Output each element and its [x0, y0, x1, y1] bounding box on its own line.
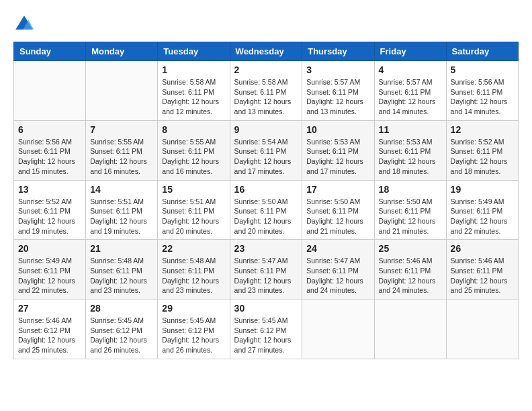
day-number: 26: [451, 243, 514, 254]
calendar-cell: 25Sunrise: 5:46 AM Sunset: 6:11 PM Dayli…: [374, 240, 446, 300]
day-number: 23: [234, 243, 298, 254]
calendar-cell: 16Sunrise: 5:50 AM Sunset: 6:11 PM Dayli…: [230, 180, 302, 240]
calendar-cell: 20Sunrise: 5:49 AM Sunset: 6:11 PM Dayli…: [14, 240, 86, 300]
calendar-cell: 27Sunrise: 5:46 AM Sunset: 6:12 PM Dayli…: [14, 300, 86, 359]
day-info: Sunrise: 5:46 AM Sunset: 6:11 PM Dayligh…: [379, 256, 442, 295]
calendar-cell: 21Sunrise: 5:48 AM Sunset: 6:11 PM Dayli…: [86, 240, 158, 300]
day-info: Sunrise: 5:51 AM Sunset: 6:11 PM Dayligh…: [162, 197, 225, 236]
day-info: Sunrise: 5:46 AM Sunset: 6:11 PM Dayligh…: [451, 256, 514, 295]
calendar-cell: [374, 300, 446, 359]
calendar-table: SundayMondayTuesdayWednesdayThursdayFrid…: [13, 42, 519, 359]
day-number: 8: [162, 124, 225, 135]
day-info: Sunrise: 5:57 AM Sunset: 6:11 PM Dayligh…: [306, 77, 369, 117]
day-info: Sunrise: 5:48 AM Sunset: 6:11 PM Dayligh…: [162, 256, 225, 295]
weekday-header-thursday: Thursday: [302, 42, 374, 61]
calendar-week-row: 27Sunrise: 5:46 AM Sunset: 6:12 PM Dayli…: [14, 300, 519, 359]
day-info: Sunrise: 5:58 AM Sunset: 6:11 PM Dayligh…: [162, 77, 225, 117]
day-number: 18: [379, 184, 442, 195]
day-info: Sunrise: 5:49 AM Sunset: 6:11 PM Dayligh…: [451, 197, 514, 236]
day-number: 15: [162, 184, 225, 195]
calendar-cell: [14, 61, 86, 121]
calendar-cell: 3Sunrise: 5:57 AM Sunset: 6:11 PM Daylig…: [302, 61, 374, 121]
day-info: Sunrise: 5:50 AM Sunset: 6:11 PM Dayligh…: [379, 197, 442, 236]
day-info: Sunrise: 5:55 AM Sunset: 6:11 PM Dayligh…: [162, 137, 225, 177]
day-info: Sunrise: 5:55 AM Sunset: 6:11 PM Dayligh…: [90, 137, 153, 177]
day-info: Sunrise: 5:50 AM Sunset: 6:11 PM Dayligh…: [306, 197, 369, 236]
day-number: 6: [18, 124, 81, 135]
day-number: 12: [451, 124, 514, 135]
calendar-cell: 29Sunrise: 5:45 AM Sunset: 6:12 PM Dayli…: [158, 300, 230, 359]
day-info: Sunrise: 5:57 AM Sunset: 6:11 PM Dayligh…: [379, 77, 442, 117]
day-number: 7: [90, 124, 153, 135]
calendar-cell: 13Sunrise: 5:52 AM Sunset: 6:11 PM Dayli…: [14, 180, 86, 240]
day-info: Sunrise: 5:45 AM Sunset: 6:12 PM Dayligh…: [90, 316, 153, 355]
day-info: Sunrise: 5:48 AM Sunset: 6:11 PM Dayligh…: [90, 256, 153, 295]
calendar-cell: 10Sunrise: 5:53 AM Sunset: 6:11 PM Dayli…: [302, 120, 374, 180]
day-info: Sunrise: 5:45 AM Sunset: 6:12 PM Dayligh…: [162, 316, 225, 355]
day-info: Sunrise: 5:51 AM Sunset: 6:11 PM Dayligh…: [90, 197, 153, 236]
calendar-cell: 30Sunrise: 5:45 AM Sunset: 6:12 PM Dayli…: [230, 300, 302, 359]
calendar-cell: 2Sunrise: 5:58 AM Sunset: 6:11 PM Daylig…: [230, 61, 302, 121]
calendar-cell: 5Sunrise: 5:56 AM Sunset: 6:11 PM Daylig…: [446, 61, 518, 121]
weekday-header-friday: Friday: [374, 42, 446, 61]
day-info: Sunrise: 5:46 AM Sunset: 6:12 PM Dayligh…: [18, 316, 81, 355]
day-number: 22: [162, 243, 225, 254]
day-number: 10: [306, 124, 369, 135]
weekday-header-sunday: Sunday: [14, 42, 86, 61]
day-info: Sunrise: 5:50 AM Sunset: 6:11 PM Dayligh…: [234, 197, 298, 236]
calendar-week-row: 1Sunrise: 5:58 AM Sunset: 6:11 PM Daylig…: [14, 61, 519, 121]
day-info: Sunrise: 5:56 AM Sunset: 6:11 PM Dayligh…: [451, 77, 514, 117]
calendar-cell: [446, 300, 518, 359]
day-number: 28: [90, 303, 153, 314]
day-info: Sunrise: 5:56 AM Sunset: 6:11 PM Dayligh…: [18, 137, 81, 177]
calendar-cell: 1Sunrise: 5:58 AM Sunset: 6:11 PM Daylig…: [158, 61, 230, 121]
day-number: 21: [90, 243, 153, 254]
calendar-week-row: 6Sunrise: 5:56 AM Sunset: 6:11 PM Daylig…: [14, 120, 519, 180]
day-number: 2: [234, 64, 298, 75]
calendar-cell: 9Sunrise: 5:54 AM Sunset: 6:11 PM Daylig…: [230, 120, 302, 180]
day-number: 5: [451, 64, 514, 75]
page-header: [13, 13, 519, 35]
calendar-cell: 22Sunrise: 5:48 AM Sunset: 6:11 PM Dayli…: [158, 240, 230, 300]
day-number: 17: [306, 184, 369, 195]
day-number: 25: [379, 243, 442, 254]
day-number: 24: [306, 243, 369, 254]
weekday-header-monday: Monday: [86, 42, 158, 61]
day-info: Sunrise: 5:52 AM Sunset: 6:11 PM Dayligh…: [451, 137, 514, 177]
day-info: Sunrise: 5:53 AM Sunset: 6:11 PM Dayligh…: [379, 137, 442, 177]
calendar-cell: 14Sunrise: 5:51 AM Sunset: 6:11 PM Dayli…: [86, 180, 158, 240]
calendar-cell: 7Sunrise: 5:55 AM Sunset: 6:11 PM Daylig…: [86, 120, 158, 180]
calendar-cell: [302, 300, 374, 359]
day-info: Sunrise: 5:49 AM Sunset: 6:11 PM Dayligh…: [18, 256, 81, 295]
calendar-week-row: 20Sunrise: 5:49 AM Sunset: 6:11 PM Dayli…: [14, 240, 519, 300]
day-number: 16: [234, 184, 298, 195]
calendar-cell: 4Sunrise: 5:57 AM Sunset: 6:11 PM Daylig…: [374, 61, 446, 121]
day-number: 11: [379, 124, 442, 135]
weekday-header-saturday: Saturday: [446, 42, 518, 61]
calendar-cell: 28Sunrise: 5:45 AM Sunset: 6:12 PM Dayli…: [86, 300, 158, 359]
day-info: Sunrise: 5:54 AM Sunset: 6:11 PM Dayligh…: [234, 137, 298, 177]
calendar-cell: [86, 61, 158, 121]
weekday-header-tuesday: Tuesday: [158, 42, 230, 61]
calendar-body: 1Sunrise: 5:58 AM Sunset: 6:11 PM Daylig…: [14, 61, 519, 359]
day-number: 3: [306, 64, 369, 75]
calendar-cell: 18Sunrise: 5:50 AM Sunset: 6:11 PM Dayli…: [374, 180, 446, 240]
day-info: Sunrise: 5:53 AM Sunset: 6:11 PM Dayligh…: [306, 137, 369, 177]
day-number: 13: [18, 184, 81, 195]
day-number: 30: [234, 303, 298, 314]
calendar-cell: 17Sunrise: 5:50 AM Sunset: 6:11 PM Dayli…: [302, 180, 374, 240]
day-number: 19: [451, 184, 514, 195]
day-number: 9: [234, 124, 298, 135]
weekday-row: SundayMondayTuesdayWednesdayThursdayFrid…: [14, 42, 519, 61]
calendar-cell: 19Sunrise: 5:49 AM Sunset: 6:11 PM Dayli…: [446, 180, 518, 240]
calendar-cell: 12Sunrise: 5:52 AM Sunset: 6:11 PM Dayli…: [446, 120, 518, 180]
calendar-cell: 26Sunrise: 5:46 AM Sunset: 6:11 PM Dayli…: [446, 240, 518, 300]
day-number: 29: [162, 303, 225, 314]
calendar-cell: 15Sunrise: 5:51 AM Sunset: 6:11 PM Dayli…: [158, 180, 230, 240]
day-info: Sunrise: 5:52 AM Sunset: 6:11 PM Dayligh…: [18, 197, 81, 236]
calendar-header: SundayMondayTuesdayWednesdayThursdayFrid…: [14, 42, 519, 61]
weekday-header-wednesday: Wednesday: [230, 42, 302, 61]
logo-icon: [13, 13, 35, 35]
calendar-cell: 24Sunrise: 5:47 AM Sunset: 6:11 PM Dayli…: [302, 240, 374, 300]
day-info: Sunrise: 5:58 AM Sunset: 6:11 PM Dayligh…: [234, 77, 298, 117]
